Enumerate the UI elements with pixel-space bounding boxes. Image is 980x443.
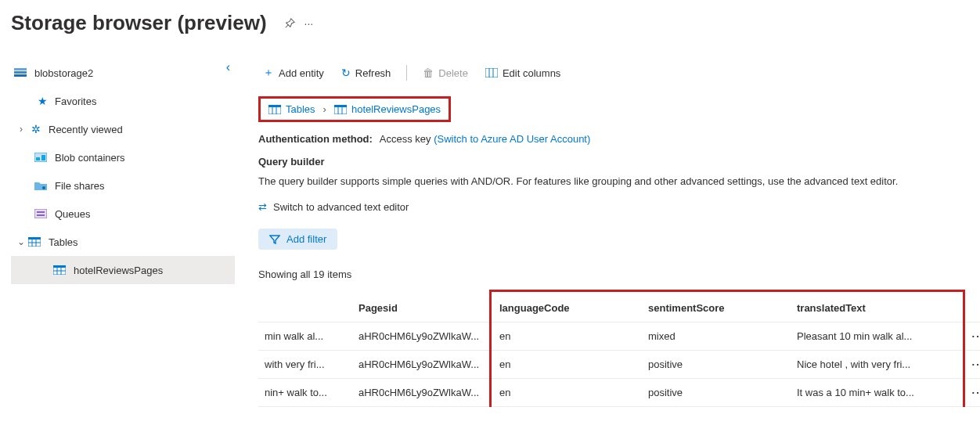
col-header-actions bbox=[963, 294, 980, 322]
chevron-right-icon: › bbox=[323, 103, 326, 115]
auth-label: Authentication method: bbox=[258, 133, 373, 145]
breadcrumb-current[interactable]: hotelReviewsPages bbox=[334, 103, 441, 115]
filter-icon bbox=[269, 235, 280, 244]
sidebar-item-label: blobstorage2 bbox=[34, 67, 93, 79]
gear-icon: ✲ bbox=[28, 123, 44, 135]
table-cell[interactable]: min walk al... bbox=[258, 322, 352, 351]
table-cell[interactable]: aHR0cHM6Ly9oZWlkaW... bbox=[352, 322, 493, 351]
main-content: ＋ Add entity ↻ Refresh 🗑 Delete Edit col… bbox=[235, 59, 980, 407]
folder-share-icon bbox=[34, 181, 50, 190]
sidebar-item-table-child[interactable]: hotelReviewsPages bbox=[11, 256, 235, 284]
chevron-down-icon[interactable]: ⌄ bbox=[14, 236, 28, 247]
row-more-icon[interactable]: ··· bbox=[963, 379, 980, 407]
button-label: Delete bbox=[438, 67, 468, 79]
sidebar-item-favorites[interactable]: ★ Favorites bbox=[11, 87, 235, 115]
page-header: Storage browser (preview) ··· bbox=[0, 0, 980, 35]
table-cell[interactable]: aHR0cHM6Ly9oZWlkaW... bbox=[352, 379, 493, 407]
plus-icon: ＋ bbox=[263, 66, 274, 80]
svg-rect-1 bbox=[14, 71, 27, 74]
button-label: Refresh bbox=[355, 67, 391, 79]
table-icon bbox=[53, 265, 69, 275]
sidebar-item-label: Tables bbox=[49, 236, 78, 248]
button-label: Edit columns bbox=[503, 67, 560, 79]
edit-columns-button[interactable]: Edit columns bbox=[481, 60, 565, 85]
button-label: Add filter bbox=[286, 233, 326, 245]
add-filter-button[interactable]: Add filter bbox=[258, 229, 337, 250]
queue-icon bbox=[34, 209, 50, 218]
svg-rect-8 bbox=[37, 211, 45, 213]
table-cell[interactable]: en bbox=[493, 351, 642, 379]
row-more-icon[interactable]: ··· bbox=[963, 351, 980, 379]
table-cell[interactable]: en bbox=[493, 379, 642, 407]
svg-rect-28 bbox=[334, 105, 347, 107]
sidebar-item-label: Recently viewed bbox=[49, 124, 123, 135]
svg-rect-24 bbox=[268, 105, 281, 107]
star-icon: ★ bbox=[34, 95, 50, 107]
table-cell[interactable]: positive bbox=[642, 379, 791, 407]
add-entity-button[interactable]: ＋ Add entity bbox=[258, 60, 329, 85]
sidebar-item-account[interactable]: blobstorage2 bbox=[11, 59, 235, 87]
chevron-left-icon[interactable]: ‹ bbox=[226, 60, 230, 74]
sidebar-item-recent[interactable]: › ✲ Recently viewed bbox=[11, 115, 235, 143]
table-cell[interactable]: en bbox=[493, 322, 642, 351]
table-cell[interactable]: aHR0cHM6Ly9oZWlkaW... bbox=[352, 351, 493, 379]
col-header-languagecode[interactable]: languageCode bbox=[493, 294, 642, 322]
refresh-button[interactable]: ↻ Refresh bbox=[337, 60, 396, 85]
table-cell[interactable]: Nice hotel , with very fri... bbox=[791, 351, 963, 379]
refresh-icon: ↻ bbox=[341, 67, 351, 79]
table-cell[interactable]: mixed bbox=[642, 322, 791, 351]
toolbar: ＋ Add entity ↻ Refresh 🗑 Delete Edit col… bbox=[258, 59, 980, 87]
sidebar-item-label: File shares bbox=[55, 180, 105, 192]
svg-rect-4 bbox=[36, 157, 40, 160]
row-more-icon[interactable]: ··· bbox=[963, 322, 980, 351]
more-icon[interactable]: ··· bbox=[304, 17, 314, 30]
svg-rect-0 bbox=[14, 68, 27, 70]
results-table: Pagesid languageCode sentimentScore tran… bbox=[258, 294, 980, 407]
svg-rect-7 bbox=[34, 209, 47, 218]
svg-rect-2 bbox=[14, 74, 27, 77]
table-cell[interactable]: with very fri... bbox=[258, 351, 352, 379]
delete-button: 🗑 Delete bbox=[418, 60, 473, 85]
breadcrumb: Tables › hotelReviewsPages bbox=[258, 96, 451, 122]
svg-rect-20 bbox=[485, 68, 498, 77]
col-header-sentimentscore[interactable]: sentimentScore bbox=[642, 294, 791, 322]
storage-icon bbox=[14, 68, 30, 77]
query-builder-desc: The query builder supports simple querie… bbox=[258, 175, 980, 187]
link-label: Switch to advanced text editor bbox=[273, 201, 409, 213]
col-header-translatedtext[interactable]: translatedText bbox=[791, 294, 963, 322]
auth-switch-link[interactable]: (Switch to Azure AD User Account) bbox=[434, 133, 590, 145]
col-header[interactable] bbox=[258, 294, 352, 322]
sidebar-item-blob[interactable]: Blob containers bbox=[11, 143, 235, 171]
table-cell[interactable]: It was a 10 min+ walk to... bbox=[791, 379, 963, 407]
table-icon bbox=[268, 105, 281, 114]
sidebar-item-fileshares[interactable]: File shares bbox=[11, 171, 235, 200]
sidebar-item-label: Queues bbox=[55, 208, 91, 220]
button-label: Add entity bbox=[279, 67, 324, 79]
svg-rect-9 bbox=[37, 214, 45, 216]
chevron-right-icon[interactable]: › bbox=[14, 124, 28, 135]
page-title: Storage browser (preview) bbox=[11, 11, 267, 35]
separator bbox=[406, 65, 407, 81]
sidebar-item-label: Favorites bbox=[55, 95, 96, 107]
sidebar-item-tables[interactable]: ⌄ Tables bbox=[11, 228, 235, 256]
table-cell[interactable]: nin+ walk to... bbox=[258, 379, 352, 407]
columns-icon bbox=[485, 68, 498, 77]
table-icon bbox=[28, 237, 44, 247]
svg-point-6 bbox=[42, 186, 45, 189]
svg-rect-11 bbox=[28, 237, 41, 240]
sidebar-item-label: hotelReviewsPages bbox=[74, 265, 163, 276]
svg-rect-5 bbox=[41, 155, 45, 160]
sidebar: ‹ blobstorage2 ★ Favorites › ✲ Recently … bbox=[0, 59, 235, 407]
switch-text-editor-link[interactable]: ⇄ Switch to advanced text editor bbox=[258, 201, 980, 213]
breadcrumb-root[interactable]: Tables bbox=[268, 103, 315, 115]
sidebar-item-label: Blob containers bbox=[55, 152, 125, 164]
sidebar-item-queues[interactable]: Queues bbox=[11, 200, 235, 228]
table-cell[interactable]: Pleasant 10 min walk al... bbox=[791, 322, 963, 351]
col-header-pagesid[interactable]: Pagesid bbox=[352, 294, 493, 322]
query-builder-heading: Query builder bbox=[258, 156, 980, 167]
trash-icon: 🗑 bbox=[423, 67, 434, 79]
pin-icon[interactable] bbox=[284, 18, 295, 29]
table-cell[interactable]: positive bbox=[642, 351, 791, 379]
auth-value: Access key bbox=[380, 133, 431, 145]
auth-method-row: Authentication method: Access key (Switc… bbox=[258, 133, 980, 145]
